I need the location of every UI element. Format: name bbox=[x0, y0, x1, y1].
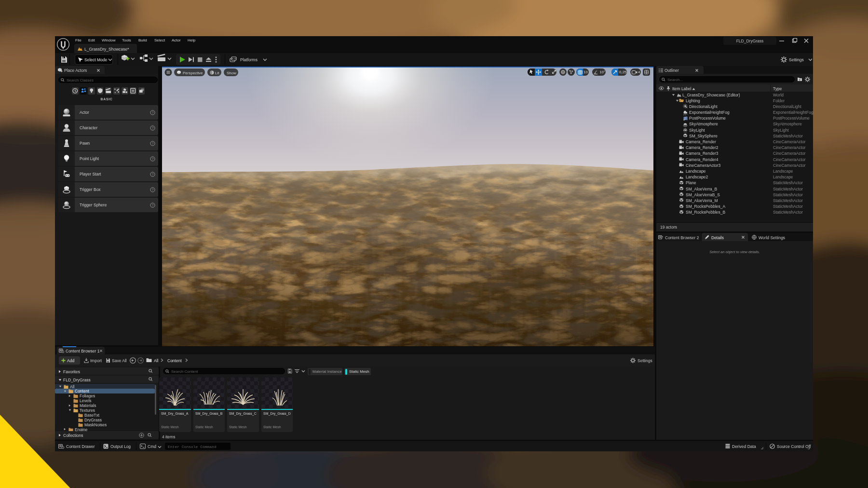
svg-text:?: ? bbox=[152, 142, 154, 145]
svg-text:?: ? bbox=[152, 203, 154, 207]
svg-text:?: ? bbox=[152, 188, 154, 191]
svg-text:?: ? bbox=[152, 173, 154, 176]
svg-text:?: ? bbox=[152, 126, 154, 130]
svg-text:?: ? bbox=[152, 111, 154, 114]
svg-text:?: ? bbox=[152, 157, 154, 161]
